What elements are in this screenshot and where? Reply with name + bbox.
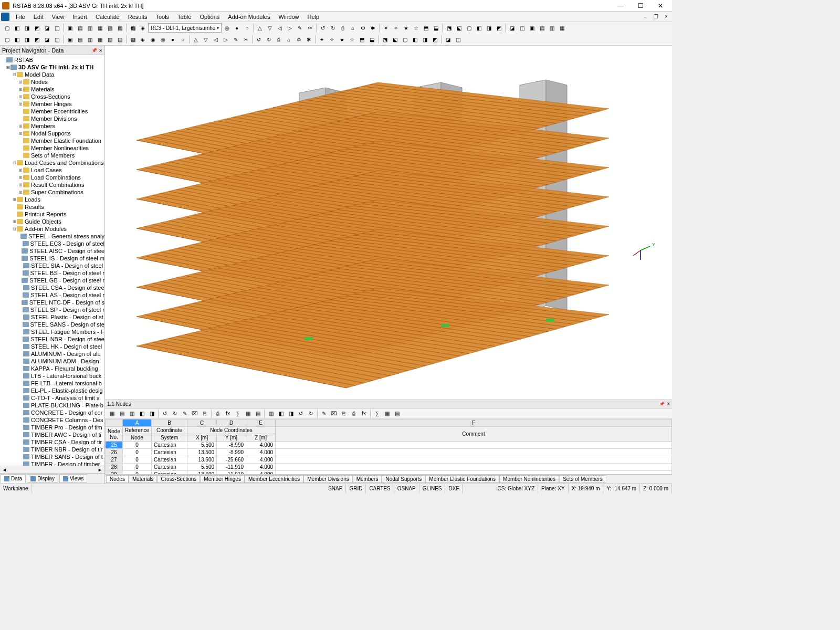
table-toolbar-button[interactable]: ⎙ — [349, 409, 359, 418]
menu-view[interactable]: View — [48, 13, 69, 21]
tree-item[interactable]: STEEL Fatigue Members - F — [0, 328, 104, 335]
toolbar-button[interactable]: ✎ — [295, 23, 304, 33]
toolbar-button[interactable]: ▽ — [265, 23, 275, 33]
toolbar-button[interactable]: ⬕ — [390, 35, 400, 44]
toolbar-button[interactable]: ⬔ — [380, 35, 390, 44]
tree-item[interactable]: Results — [0, 203, 104, 211]
table-toolbar-button[interactable]: ∑ — [372, 409, 382, 418]
doc-minimize-button[interactable]: – — [640, 13, 650, 21]
tree-item[interactable]: ⊞Result Combinations — [0, 181, 104, 188]
toolbar-button[interactable]: ⬒ — [357, 35, 366, 44]
tree-item[interactable]: KAPPA - Flexural buckling — [0, 365, 104, 372]
table-toolbar-button[interactable]: ⎘ — [200, 409, 209, 418]
toolbar-button[interactable]: ⌂ — [284, 35, 293, 44]
tree-item[interactable]: STEEL AISC - Design of stee — [0, 247, 104, 255]
toolbar-button[interactable]: ↺ — [254, 35, 264, 44]
table-tab[interactable]: Member Elastic Foundations — [425, 475, 499, 483]
toolbar-button[interactable]: ✱ — [368, 23, 377, 33]
toolbar-button[interactable]: ▤ — [537, 23, 547, 33]
tree-item[interactable]: ⊞Materials — [0, 86, 104, 93]
table-tab[interactable]: Members — [353, 475, 382, 483]
tree-item[interactable]: ⊞Cross-Sections — [0, 93, 104, 100]
tree-item[interactable]: STEEL NBR - Design of stee — [0, 335, 104, 343]
toolbar-button[interactable]: ▥ — [547, 23, 556, 33]
tree-item[interactable]: STEEL HK - Design of steel — [0, 343, 104, 350]
toolbar-button[interactable]: ⎙ — [338, 23, 348, 33]
toolbar-button[interactable]: ◫ — [453, 35, 463, 44]
toolbar-button[interactable]: ▩ — [128, 35, 138, 44]
toolbar-button[interactable]: ↻ — [264, 35, 274, 44]
toolbar-button[interactable]: ◪ — [507, 23, 517, 33]
tree-item[interactable]: CONCRETE Columns - Des — [0, 416, 104, 424]
toolbar-button[interactable]: ▥ — [85, 23, 94, 33]
toolbar-button[interactable]: ▥ — [85, 35, 94, 44]
toolbar-button[interactable]: ✧ — [391, 23, 401, 33]
table-tab[interactable]: Nodal Supports — [382, 475, 425, 483]
tree-item[interactable]: ⊞Load Cases — [0, 166, 104, 174]
toolbar-button[interactable]: ★ — [337, 35, 346, 44]
toolbar-button[interactable]: ▢ — [464, 23, 474, 33]
toolbar-button[interactable]: ◨ — [22, 23, 32, 33]
tree-item[interactable]: ⊞Super Combinations — [0, 188, 104, 196]
table-toolbar-button[interactable]: ◧ — [137, 409, 146, 418]
table-tab[interactable]: Cross-Sections — [157, 475, 200, 483]
table-toolbar-button[interactable]: ▥ — [266, 409, 276, 418]
navigator-tree[interactable]: RSTAB⊟3D ASV Gr TH inkl. 2x kl TH⊟Model … — [0, 55, 104, 466]
panel-pin-icon[interactable]: 📌 — [659, 402, 665, 406]
toolbar-button[interactable]: ✎ — [231, 35, 240, 44]
tree-item[interactable]: ⊞Member Hinges — [0, 100, 104, 108]
toolbar-button[interactable]: ⬓ — [431, 23, 440, 33]
table-toolbar-button[interactable]: ⎘ — [339, 409, 349, 418]
menu-table[interactable]: Table — [173, 13, 195, 21]
tree-item[interactable]: EL-PL - Elastic-plastic desig — [0, 387, 104, 394]
toolbar-button[interactable]: ◨ — [484, 23, 494, 33]
table-tab[interactable]: Nodes — [106, 475, 129, 483]
toolbar-button[interactable]: ▣ — [527, 23, 537, 33]
toolbar-button[interactable]: ⬒ — [421, 23, 430, 33]
table-toolbar-button[interactable]: ⎙ — [213, 409, 223, 418]
tree-item[interactable]: ⊟Load Cases and Combinations — [0, 159, 104, 166]
tree-item[interactable]: STEEL Plastic - Design of st — [0, 313, 104, 321]
tree-item[interactable]: ⊞Members — [0, 122, 104, 130]
toolbar-button[interactable]: ◫ — [517, 23, 527, 33]
tree-item[interactable]: ⊞Guide Objects — [0, 218, 104, 225]
tree-item[interactable]: TIMBER - Design of timber — [0, 460, 104, 466]
toolbar-button[interactable]: ✂ — [241, 35, 250, 44]
table-tab[interactable]: Member Divisions — [303, 475, 352, 483]
toolbar-button[interactable]: ◧ — [410, 35, 419, 44]
toolbar-button[interactable]: ◧ — [474, 23, 484, 33]
panel-close-icon[interactable]: × — [667, 401, 670, 407]
toolbar-button[interactable]: ○ — [242, 23, 251, 33]
tree-item[interactable]: TIMBER Pro - Design of tim — [0, 424, 104, 431]
table-toolbar-button[interactable]: ↺ — [296, 409, 306, 418]
tree-item[interactable]: TIMBER SANS - Design of t — [0, 453, 104, 460]
toolbar-button[interactable]: ◫ — [52, 23, 61, 33]
table-toolbar-button[interactable]: ◨ — [147, 409, 156, 418]
table-toolbar-button[interactable]: ↻ — [306, 409, 316, 418]
toolbar-button[interactable]: ↻ — [328, 23, 338, 33]
nav-tab-views[interactable]: Views — [59, 474, 88, 483]
toolbar-button[interactable]: ▢ — [400, 35, 410, 44]
toolbar-button[interactable]: ▣ — [65, 23, 75, 33]
table-toolbar-button[interactable]: ◧ — [276, 409, 286, 418]
toolbar-button[interactable]: ▷ — [285, 23, 295, 33]
toolbar-button[interactable]: ◁ — [275, 23, 285, 33]
table-toolbar-button[interactable]: ✎ — [180, 409, 190, 418]
toolbar-button[interactable]: ✂ — [305, 23, 314, 33]
table-toolbar-button[interactable]: ▦ — [107, 409, 117, 418]
toolbar-button[interactable]: ◁ — [211, 35, 220, 44]
table-toolbar-button[interactable]: ✎ — [319, 409, 329, 418]
toolbar-button[interactable]: ◩ — [32, 35, 41, 44]
tree-item[interactable]: TIMBER CSA - Design of tir — [0, 438, 104, 446]
tree-item[interactable]: ALUMINUM ADM - Design — [0, 358, 104, 365]
toolbar-button[interactable]: ✦ — [317, 35, 327, 44]
tree-item[interactable]: STEEL SANS - Design of ste — [0, 321, 104, 328]
maximize-button[interactable]: ☐ — [631, 1, 650, 11]
navigator-close-icon[interactable]: × — [99, 47, 102, 54]
toolbar-button[interactable]: ↺ — [318, 23, 328, 33]
tree-item[interactable]: STEEL NTC-DF - Design of s — [0, 299, 104, 306]
toolbar-button[interactable]: ▨ — [115, 23, 124, 33]
toolbar-button[interactable]: ▦ — [95, 35, 104, 44]
tree-item[interactable]: C-TO-T - Analysis of limit s — [0, 394, 104, 402]
menu-calculate[interactable]: Calculate — [91, 13, 124, 21]
